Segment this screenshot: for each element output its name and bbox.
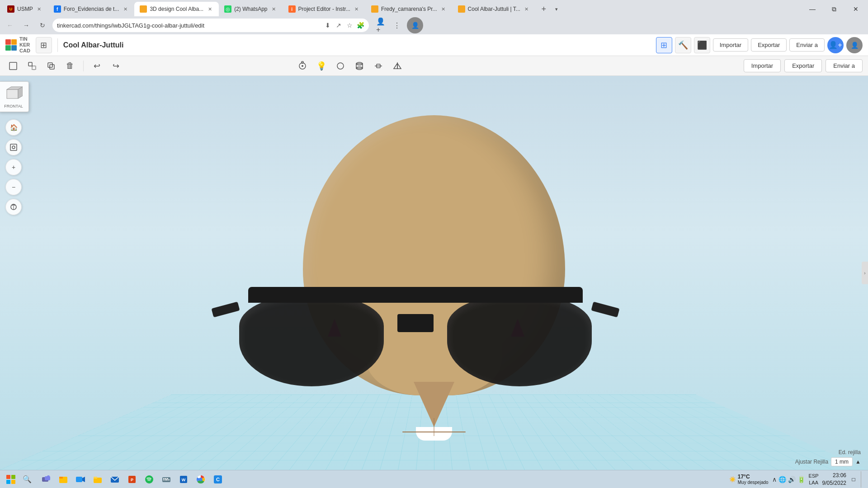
tab-cool[interactable]: Cool Albar-Juttuli | T... ✕: [453, 2, 536, 16]
restore-button[interactable]: ⧉: [824, 2, 844, 16]
taskbar-spotify-icon[interactable]: [141, 471, 157, 488]
new-shape-button[interactable]: [5, 58, 21, 74]
system-tray-icons: ∧ 🌐 🔊 🔋: [772, 476, 805, 483]
taskbar-cursor-icon[interactable]: C: [210, 471, 226, 488]
tab-close-tinkercad[interactable]: ✕: [206, 5, 213, 13]
tab-close-whatsapp[interactable]: ✕: [270, 5, 278, 13]
new-tab-button[interactable]: +: [538, 3, 550, 15]
taskbar-word-icon[interactable]: W: [175, 471, 192, 488]
svg-point-6: [302, 65, 303, 67]
tab-label-tinkercad: 3D design Cool Alba...: [150, 6, 203, 12]
tab-close-fredy[interactable]: ✕: [440, 5, 447, 13]
zoom-in-button[interactable]: +: [5, 159, 22, 175]
orientation-button[interactable]: [5, 199, 22, 215]
tab-usmp[interactable]: U USMP ✕: [2, 2, 48, 16]
taskbar-chrome-icon[interactable]: [193, 471, 209, 488]
zoom-out-button[interactable]: −: [5, 179, 22, 195]
tab-fredy[interactable]: Fredy_camarena's Pr... ✕: [366, 2, 453, 16]
forward-button[interactable]: →: [20, 19, 33, 32]
shape-tool-button[interactable]: [333, 58, 348, 74]
browser-profile-avatar[interactable]: 👤: [407, 17, 423, 33]
svg-rect-3: [48, 63, 52, 67]
cut-paste-button[interactable]: [24, 58, 40, 74]
redo-button[interactable]: ↪: [108, 58, 123, 74]
share-icon[interactable]: ↗: [335, 21, 343, 29]
taskbar-explorer-icon[interactable]: [55, 471, 71, 488]
app-header: TINKERCAD ⊞ Cool Albar-Juttuli ⊞ 🔨 ⬛ Imp…: [0, 34, 868, 56]
tab-tinkercad[interactable]: 3D design Cool Alba... ✕: [134, 2, 219, 16]
fit-view-button[interactable]: [5, 139, 22, 155]
grid-setting-value[interactable]: 1 mm: [831, 457, 853, 466]
delete-button[interactable]: 🗑: [62, 58, 78, 74]
tinkercad-logo-area[interactable]: TINKERCAD: [5, 36, 30, 54]
tab-overflow-button[interactable]: ▾: [550, 3, 563, 15]
tab-label-whatsapp: (2) WhatsApp: [234, 6, 267, 12]
grid-view-button[interactable]: ⊞: [36, 37, 52, 53]
tray-chevron-icon[interactable]: ∧: [772, 476, 777, 483]
tab-close-usmp[interactable]: ✕: [36, 5, 43, 13]
tab-whatsapp[interactable]: ◎ (2) WhatsApp ✕: [219, 2, 283, 16]
tab-project[interactable]: i Project Editor - Instr... ✕: [283, 2, 366, 16]
tab-close-project[interactable]: ✕: [353, 5, 360, 13]
undo-button[interactable]: ↩: [89, 58, 104, 74]
notification-center-button[interactable]: □: [850, 476, 857, 483]
tinkercad-logo: [5, 39, 17, 51]
grid-setting-arrow[interactable]: ▲: [855, 459, 861, 465]
enviar-toolbar-button[interactable]: Enviar a: [826, 59, 863, 72]
profile-add-icon[interactable]: 👤+: [376, 19, 389, 32]
close-button[interactable]: ✕: [845, 2, 866, 16]
camera-view-button[interactable]: [295, 58, 310, 74]
taskbar-powerpoint-icon[interactable]: P: [124, 471, 140, 488]
download-icon[interactable]: ⬇: [324, 21, 332, 29]
grid-active-button[interactable]: ⊞: [656, 37, 672, 53]
canvas-area[interactable]: FRONTAL 🏠 + − › Ed. rejilla Ajustar Reji…: [0, 76, 868, 470]
tray-volume-icon[interactable]: 🔊: [788, 476, 796, 483]
toolbar-separator-1: [83, 61, 84, 71]
language-indicator[interactable]: ESP LAA: [809, 473, 819, 486]
sunglasses: [230, 287, 601, 400]
tab-favicon-cool: [458, 5, 465, 13]
enviar-button[interactable]: Enviar a: [789, 38, 825, 52]
importar-button[interactable]: Importar: [713, 38, 748, 52]
minecraft-button[interactable]: ⬛: [694, 37, 710, 53]
tab-close-cool[interactable]: ✕: [523, 5, 530, 13]
tab-close-foro[interactable]: ✕: [122, 5, 129, 13]
taskbar-teams-icon[interactable]: [38, 471, 54, 488]
bookmark-icon[interactable]: ☆: [345, 21, 354, 29]
address-box[interactable]: tinkercad.com/things/iwbJGLTAG1g-cool-al…: [52, 19, 369, 32]
taskbar-search-button[interactable]: 🔍: [20, 472, 34, 487]
system-clock[interactable]: 23:06 9/05/2022: [822, 472, 846, 487]
tray-battery-icon[interactable]: 🔋: [797, 476, 805, 483]
add-user-button[interactable]: 👤+: [827, 37, 844, 53]
tab-label-usmp: USMP: [17, 6, 33, 12]
user-avatar[interactable]: 👤: [846, 37, 863, 53]
light-button[interactable]: 💡: [314, 58, 329, 74]
tab-foro[interactable]: f Foro_Evidencias de t... ✕: [48, 2, 135, 16]
win-logo-red: [6, 475, 10, 479]
tray-network-icon[interactable]: 🌐: [778, 476, 786, 483]
taskbar-folder-icon[interactable]: [90, 471, 106, 488]
start-button[interactable]: [4, 472, 18, 487]
extensions-icon[interactable]: 🧩: [356, 21, 364, 29]
taskbar-mail-icon[interactable]: [107, 471, 123, 488]
duplicate-button[interactable]: [43, 58, 59, 74]
home-view-button[interactable]: 🏠: [5, 119, 22, 136]
view-cube[interactable]: FRONTAL: [0, 81, 29, 112]
show-desktop-button[interactable]: [861, 471, 864, 488]
taskbar-keyboard-icon[interactable]: [158, 471, 175, 488]
hammer-button[interactable]: 🔨: [675, 37, 691, 53]
taskbar-video-icon[interactable]: [72, 471, 89, 488]
minimize-button[interactable]: —: [802, 2, 823, 16]
importar-toolbar-button[interactable]: Importar: [744, 59, 781, 72]
align-button[interactable]: [371, 58, 386, 74]
exportar-toolbar-button[interactable]: Exportar: [784, 59, 822, 72]
browser-menu-icon[interactable]: ⋮: [391, 19, 403, 32]
exportar-button[interactable]: Exportar: [751, 38, 787, 52]
right-panel-collapse[interactable]: ›: [862, 262, 868, 284]
mirror-button[interactable]: [390, 58, 405, 74]
reload-button[interactable]: ↻: [36, 19, 49, 32]
back-button[interactable]: ←: [4, 19, 16, 32]
glasses-right-lens: [447, 296, 592, 386]
header-right: ⊞ 🔨 ⬛ Importar Exportar Enviar a 👤+ 👤: [656, 37, 863, 53]
cylinder-button[interactable]: [352, 58, 367, 74]
